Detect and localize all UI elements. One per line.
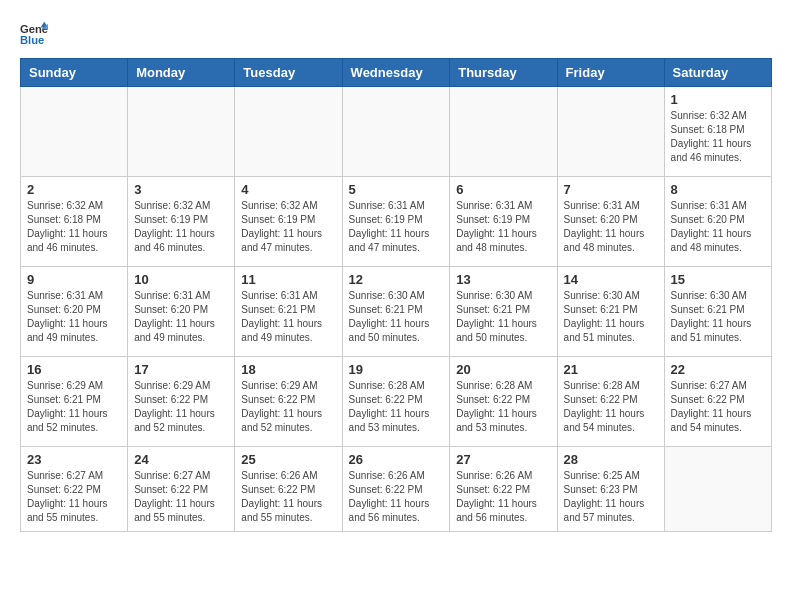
- logo-icon: General Blue: [20, 20, 48, 48]
- calendar-cell: [128, 87, 235, 177]
- day-info: Sunrise: 6:31 AM Sunset: 6:20 PM Dayligh…: [27, 289, 121, 345]
- day-info: Sunrise: 6:25 AM Sunset: 6:23 PM Dayligh…: [564, 469, 658, 525]
- calendar-cell: [450, 87, 557, 177]
- day-info: Sunrise: 6:32 AM Sunset: 6:18 PM Dayligh…: [671, 109, 765, 165]
- calendar-week-2: 2Sunrise: 6:32 AM Sunset: 6:18 PM Daylig…: [21, 177, 772, 267]
- day-number: 19: [349, 362, 444, 377]
- day-info: Sunrise: 6:28 AM Sunset: 6:22 PM Dayligh…: [456, 379, 550, 435]
- day-info: Sunrise: 6:27 AM Sunset: 6:22 PM Dayligh…: [134, 469, 228, 525]
- calendar-cell: 15Sunrise: 6:30 AM Sunset: 6:21 PM Dayli…: [664, 267, 771, 357]
- day-info: Sunrise: 6:29 AM Sunset: 6:21 PM Dayligh…: [27, 379, 121, 435]
- day-number: 11: [241, 272, 335, 287]
- day-number: 16: [27, 362, 121, 377]
- day-info: Sunrise: 6:26 AM Sunset: 6:22 PM Dayligh…: [456, 469, 550, 525]
- day-number: 27: [456, 452, 550, 467]
- day-number: 9: [27, 272, 121, 287]
- day-info: Sunrise: 6:30 AM Sunset: 6:21 PM Dayligh…: [671, 289, 765, 345]
- weekday-header-tuesday: Tuesday: [235, 59, 342, 87]
- calendar-cell: [557, 87, 664, 177]
- calendar-cell: [235, 87, 342, 177]
- calendar-cell: 13Sunrise: 6:30 AM Sunset: 6:21 PM Dayli…: [450, 267, 557, 357]
- calendar-cell: 11Sunrise: 6:31 AM Sunset: 6:21 PM Dayli…: [235, 267, 342, 357]
- day-number: 3: [134, 182, 228, 197]
- calendar-cell: 18Sunrise: 6:29 AM Sunset: 6:22 PM Dayli…: [235, 357, 342, 447]
- calendar-cell: [21, 87, 128, 177]
- day-info: Sunrise: 6:29 AM Sunset: 6:22 PM Dayligh…: [134, 379, 228, 435]
- calendar-cell: 27Sunrise: 6:26 AM Sunset: 6:22 PM Dayli…: [450, 447, 557, 532]
- calendar-cell: 25Sunrise: 6:26 AM Sunset: 6:22 PM Dayli…: [235, 447, 342, 532]
- calendar-week-4: 16Sunrise: 6:29 AM Sunset: 6:21 PM Dayli…: [21, 357, 772, 447]
- day-info: Sunrise: 6:29 AM Sunset: 6:22 PM Dayligh…: [241, 379, 335, 435]
- day-number: 4: [241, 182, 335, 197]
- calendar-week-3: 9Sunrise: 6:31 AM Sunset: 6:20 PM Daylig…: [21, 267, 772, 357]
- calendar-cell: 20Sunrise: 6:28 AM Sunset: 6:22 PM Dayli…: [450, 357, 557, 447]
- calendar-cell: 17Sunrise: 6:29 AM Sunset: 6:22 PM Dayli…: [128, 357, 235, 447]
- calendar-cell: 21Sunrise: 6:28 AM Sunset: 6:22 PM Dayli…: [557, 357, 664, 447]
- calendar-week-1: 1Sunrise: 6:32 AM Sunset: 6:18 PM Daylig…: [21, 87, 772, 177]
- calendar-cell: 19Sunrise: 6:28 AM Sunset: 6:22 PM Dayli…: [342, 357, 450, 447]
- day-info: Sunrise: 6:31 AM Sunset: 6:19 PM Dayligh…: [456, 199, 550, 255]
- day-number: 24: [134, 452, 228, 467]
- calendar-cell: 1Sunrise: 6:32 AM Sunset: 6:18 PM Daylig…: [664, 87, 771, 177]
- day-info: Sunrise: 6:30 AM Sunset: 6:21 PM Dayligh…: [564, 289, 658, 345]
- day-number: 6: [456, 182, 550, 197]
- calendar-cell: 7Sunrise: 6:31 AM Sunset: 6:20 PM Daylig…: [557, 177, 664, 267]
- day-number: 8: [671, 182, 765, 197]
- calendar-cell: 16Sunrise: 6:29 AM Sunset: 6:21 PM Dayli…: [21, 357, 128, 447]
- calendar-cell: 8Sunrise: 6:31 AM Sunset: 6:20 PM Daylig…: [664, 177, 771, 267]
- calendar-week-5: 23Sunrise: 6:27 AM Sunset: 6:22 PM Dayli…: [21, 447, 772, 532]
- logo: General Blue: [20, 20, 52, 48]
- calendar-cell: 26Sunrise: 6:26 AM Sunset: 6:22 PM Dayli…: [342, 447, 450, 532]
- day-number: 15: [671, 272, 765, 287]
- day-number: 17: [134, 362, 228, 377]
- day-info: Sunrise: 6:32 AM Sunset: 6:19 PM Dayligh…: [241, 199, 335, 255]
- day-info: Sunrise: 6:30 AM Sunset: 6:21 PM Dayligh…: [456, 289, 550, 345]
- weekday-header-monday: Monday: [128, 59, 235, 87]
- calendar-cell: 23Sunrise: 6:27 AM Sunset: 6:22 PM Dayli…: [21, 447, 128, 532]
- day-number: 13: [456, 272, 550, 287]
- weekday-header-sunday: Sunday: [21, 59, 128, 87]
- day-number: 25: [241, 452, 335, 467]
- day-info: Sunrise: 6:26 AM Sunset: 6:22 PM Dayligh…: [349, 469, 444, 525]
- calendar-cell: 10Sunrise: 6:31 AM Sunset: 6:20 PM Dayli…: [128, 267, 235, 357]
- day-info: Sunrise: 6:31 AM Sunset: 6:21 PM Dayligh…: [241, 289, 335, 345]
- calendar-cell: 4Sunrise: 6:32 AM Sunset: 6:19 PM Daylig…: [235, 177, 342, 267]
- weekday-header-friday: Friday: [557, 59, 664, 87]
- day-info: Sunrise: 6:31 AM Sunset: 6:20 PM Dayligh…: [564, 199, 658, 255]
- weekday-header-thursday: Thursday: [450, 59, 557, 87]
- day-number: 1: [671, 92, 765, 107]
- calendar-cell: 24Sunrise: 6:27 AM Sunset: 6:22 PM Dayli…: [128, 447, 235, 532]
- day-number: 21: [564, 362, 658, 377]
- day-info: Sunrise: 6:32 AM Sunset: 6:18 PM Dayligh…: [27, 199, 121, 255]
- day-number: 28: [564, 452, 658, 467]
- day-number: 10: [134, 272, 228, 287]
- day-info: Sunrise: 6:31 AM Sunset: 6:19 PM Dayligh…: [349, 199, 444, 255]
- day-number: 26: [349, 452, 444, 467]
- day-info: Sunrise: 6:30 AM Sunset: 6:21 PM Dayligh…: [349, 289, 444, 345]
- day-info: Sunrise: 6:27 AM Sunset: 6:22 PM Dayligh…: [671, 379, 765, 435]
- day-number: 2: [27, 182, 121, 197]
- weekday-header-row: SundayMondayTuesdayWednesdayThursdayFrid…: [21, 59, 772, 87]
- calendar-cell: 5Sunrise: 6:31 AM Sunset: 6:19 PM Daylig…: [342, 177, 450, 267]
- calendar-cell: [664, 447, 771, 532]
- calendar-cell: 2Sunrise: 6:32 AM Sunset: 6:18 PM Daylig…: [21, 177, 128, 267]
- calendar-cell: 22Sunrise: 6:27 AM Sunset: 6:22 PM Dayli…: [664, 357, 771, 447]
- day-info: Sunrise: 6:31 AM Sunset: 6:20 PM Dayligh…: [671, 199, 765, 255]
- calendar-cell: 28Sunrise: 6:25 AM Sunset: 6:23 PM Dayli…: [557, 447, 664, 532]
- weekday-header-wednesday: Wednesday: [342, 59, 450, 87]
- day-info: Sunrise: 6:28 AM Sunset: 6:22 PM Dayligh…: [564, 379, 658, 435]
- calendar-cell: 14Sunrise: 6:30 AM Sunset: 6:21 PM Dayli…: [557, 267, 664, 357]
- day-number: 12: [349, 272, 444, 287]
- calendar-cell: 3Sunrise: 6:32 AM Sunset: 6:19 PM Daylig…: [128, 177, 235, 267]
- day-number: 14: [564, 272, 658, 287]
- calendar-cell: [342, 87, 450, 177]
- calendar-cell: 12Sunrise: 6:30 AM Sunset: 6:21 PM Dayli…: [342, 267, 450, 357]
- calendar-cell: 6Sunrise: 6:31 AM Sunset: 6:19 PM Daylig…: [450, 177, 557, 267]
- day-info: Sunrise: 6:32 AM Sunset: 6:19 PM Dayligh…: [134, 199, 228, 255]
- day-number: 5: [349, 182, 444, 197]
- day-number: 7: [564, 182, 658, 197]
- day-info: Sunrise: 6:28 AM Sunset: 6:22 PM Dayligh…: [349, 379, 444, 435]
- calendar-cell: 9Sunrise: 6:31 AM Sunset: 6:20 PM Daylig…: [21, 267, 128, 357]
- day-number: 23: [27, 452, 121, 467]
- day-number: 20: [456, 362, 550, 377]
